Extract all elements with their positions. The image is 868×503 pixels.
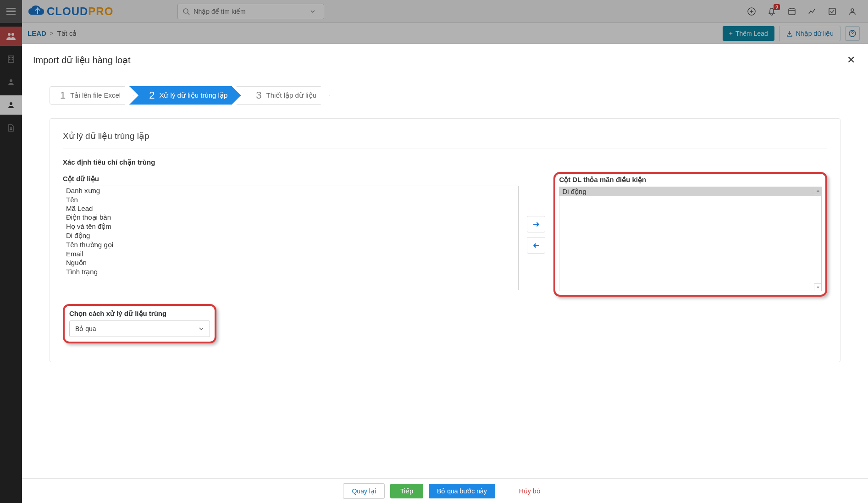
modal-backdrop xyxy=(0,0,868,44)
